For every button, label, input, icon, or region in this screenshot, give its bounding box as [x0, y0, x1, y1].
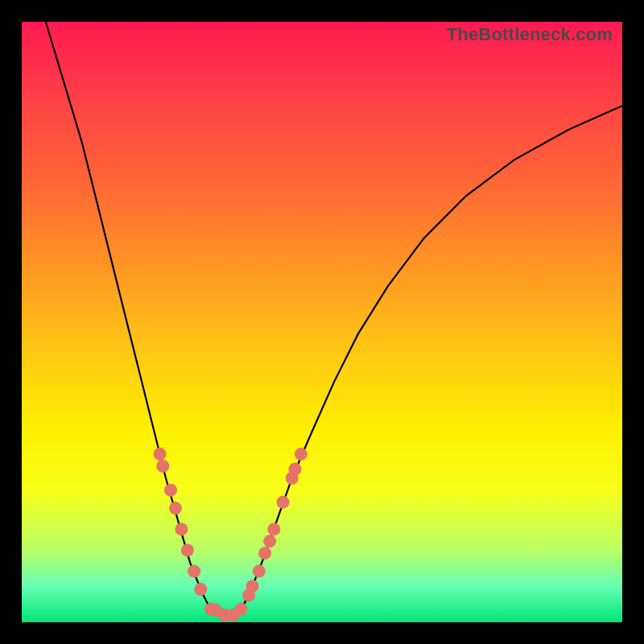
- plot-area: TheBottleneck.com: [22, 22, 622, 622]
- data-point: [258, 547, 271, 559]
- data-point: [175, 522, 188, 535]
- data-point: [154, 448, 167, 460]
- data-point: [188, 565, 200, 578]
- data-point: [194, 583, 207, 596]
- data-point: [181, 544, 194, 557]
- chart-svg: [22, 22, 622, 622]
- data-point: [277, 496, 290, 509]
- data-point: [164, 484, 177, 497]
- data-point: [234, 603, 247, 616]
- data-point: [156, 460, 169, 473]
- data-points: [154, 448, 308, 621]
- chart-frame: TheBottleneck.com: [0, 0, 644, 644]
- data-point: [288, 463, 301, 476]
- bottleneck-curve: [46, 22, 622, 617]
- data-point: [246, 580, 259, 592]
- data-point: [169, 502, 182, 514]
- data-point: [263, 535, 276, 547]
- data-point: [253, 565, 266, 578]
- data-point: [295, 448, 308, 460]
- data-point: [267, 522, 280, 535]
